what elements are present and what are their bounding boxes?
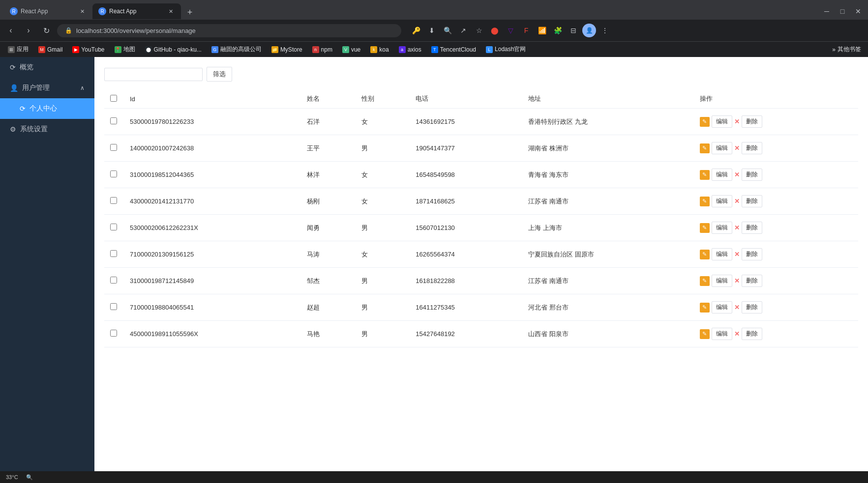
edit-button-2[interactable]: 编辑 [712,169,732,181]
tab-2[interactable]: R React App ✕ [92,3,181,19]
row-actions-3: ✎ 编辑 ✕ 删除 [694,188,858,215]
table-row: 710000198804065541 赵超 男 16411275345 河北省 … [104,294,858,321]
browser-chrome: R React App ✕ R React App ✕ + ─ □ ✕ ‹ › … [0,0,868,57]
bookmark-axios-label: axios [408,46,421,53]
key-icon[interactable]: 🔑 [409,24,423,37]
row-checkbox-cell-3 [104,188,124,215]
col-name: 姓名 [301,89,356,109]
apps-favicon: ⊞ [8,46,15,53]
bookmark-lodash[interactable]: L Lodash官网 [482,44,530,55]
bookmark-koa[interactable]: k koa [366,45,392,55]
wifi-icon[interactable]: 📶 [535,24,549,37]
delete-button-3[interactable]: 删除 [742,195,762,207]
bookmark-gmail[interactable]: M Gmail [34,45,66,55]
share-icon[interactable]: ↗ [456,24,470,37]
new-tab-button[interactable]: + [183,5,197,19]
edit-button-3[interactable]: 编辑 [712,195,732,207]
row-checkbox-2[interactable] [110,170,117,177]
row-name-8: 马艳 [301,321,356,347]
row-gender-7: 男 [356,294,410,321]
download-icon[interactable]: ⬇ [425,24,439,37]
filter-button[interactable]: 筛选 [207,67,232,82]
delete-button-7[interactable]: 删除 [742,301,762,313]
tab-2-close[interactable]: ✕ [166,7,175,16]
tab-1[interactable]: R React App ✕ [4,3,92,19]
row-checkbox-4[interactable] [110,224,117,230]
bookmark-github[interactable]: ⬤ GitHub - qiao-ku... [141,45,206,55]
edit-button-1[interactable]: 编辑 [712,142,732,154]
delete-button-0[interactable]: 删除 [742,115,762,128]
temperature: 33°C [6,474,18,480]
edit-button-0[interactable]: 编辑 [712,115,732,128]
user-avatar[interactable]: 👤 [582,24,596,37]
row-checkbox-8[interactable] [110,330,117,337]
search-icon[interactable]: 🔍 [441,24,454,37]
bookmark-icon[interactable]: ☆ [472,24,486,37]
delete-button-1[interactable]: 删除 [742,142,762,154]
filter-input[interactable] [104,68,203,81]
bookmark-maps[interactable]: 📍 地图 [111,44,139,55]
row-actions-2: ✎ 编辑 ✕ 删除 [694,162,858,188]
bookmark-apps[interactable]: ⊞ 应用 [4,44,32,55]
extension-3-icon[interactable]: F [519,24,533,37]
edit-button-5[interactable]: 编辑 [712,248,732,260]
menu-icon[interactable]: ⋮ [598,24,612,37]
address-bar[interactable]: 🔒 localhost:3000/overview/personal/manag… [57,24,401,37]
table-row: 310000198512044365 林洋 女 16548549598 青海省 … [104,162,858,188]
row-actions-4: ✎ 编辑 ✕ 删除 [694,215,858,241]
sidebar-item-system-settings[interactable]: ⚙ 系统设置 [0,119,94,140]
bookmark-gmail-label: Gmail [47,46,62,53]
delete-button-4[interactable]: 删除 [742,222,762,234]
tab-2-title: React App [109,8,163,15]
filter-bar: 筛选 [104,67,858,82]
minimize-button[interactable]: ─ [821,5,833,17]
bookmark-youtube[interactable]: ▶ YouTube [68,45,108,55]
row-checkbox-cell-1 [104,135,124,162]
maximize-button[interactable]: □ [837,5,848,17]
delete-button-8[interactable]: 删除 [742,328,762,340]
extensions-icon[interactable]: 🧩 [551,24,565,37]
edit-button-7[interactable]: 编辑 [712,301,732,313]
extension-2-icon[interactable]: ▽ [504,24,517,37]
back-button[interactable]: ‹ [4,24,18,37]
delete-button-6[interactable]: 删除 [742,275,762,287]
sidebar-user-mgmt-header[interactable]: 👤 用户管理 ∧ [0,78,94,98]
more-bookmarks[interactable]: » 其他书签 [829,44,864,55]
close-button[interactable]: ✕ [852,5,864,17]
sidebar-item-personal-center[interactable]: ⟳ 个人中心 [0,98,94,119]
bookmark-vue[interactable]: V vue [338,45,364,55]
koa-favicon: k [370,46,377,53]
row-checkbox-5[interactable] [110,250,117,257]
extension-1-icon[interactable]: ⬤ [488,24,502,37]
row-address-0: 香港特别行政区 九龙 [522,109,694,135]
row-checkbox-3[interactable] [110,197,117,204]
row-checkbox-7[interactable] [110,303,117,310]
col-actions: 操作 [694,89,858,109]
edit-button-4[interactable]: 编辑 [712,222,732,234]
bookmark-axios[interactable]: a axios [395,45,425,55]
edit-button-6[interactable]: 编辑 [712,275,732,287]
bookmark-mystore[interactable]: 📁 MyStore [268,45,306,55]
select-all-checkbox[interactable] [110,95,117,102]
row-id-5: 710000201309156125 [124,241,301,268]
edit-button-8[interactable]: 编辑 [712,328,732,340]
delete-x-icon-7: ✕ [734,304,740,311]
sidebar-item-overview[interactable]: ⟳ 概览 [0,57,94,78]
row-checkbox-0[interactable] [110,117,117,124]
bookmark-tencent[interactable]: T TencentCloud [427,45,480,55]
bookmark-koa-label: koa [379,46,389,53]
bookmarks-bar: ⊞ 应用 M Gmail ▶ YouTube 📍 地图 ⬤ GitHub - q… [0,41,868,57]
row-gender-3: 女 [356,188,410,215]
forward-button[interactable]: › [22,24,35,37]
bookmark-npm[interactable]: n npm [308,45,336,55]
sidebar-toggle-icon[interactable]: ⊟ [567,24,580,37]
refresh-button[interactable]: ↻ [39,24,53,37]
delete-button-5[interactable]: 删除 [742,248,762,260]
row-checkbox-6[interactable] [110,277,117,284]
bookmark-ronggu[interactable]: G 融固的高级公司 [208,44,266,55]
edit-badge-icon-8: ✎ [700,329,710,339]
tab-1-close[interactable]: ✕ [78,7,87,16]
row-checkbox-1[interactable] [110,144,117,151]
search-icon-taskbar: 🔍 [26,474,33,481]
delete-button-2[interactable]: 删除 [742,169,762,181]
